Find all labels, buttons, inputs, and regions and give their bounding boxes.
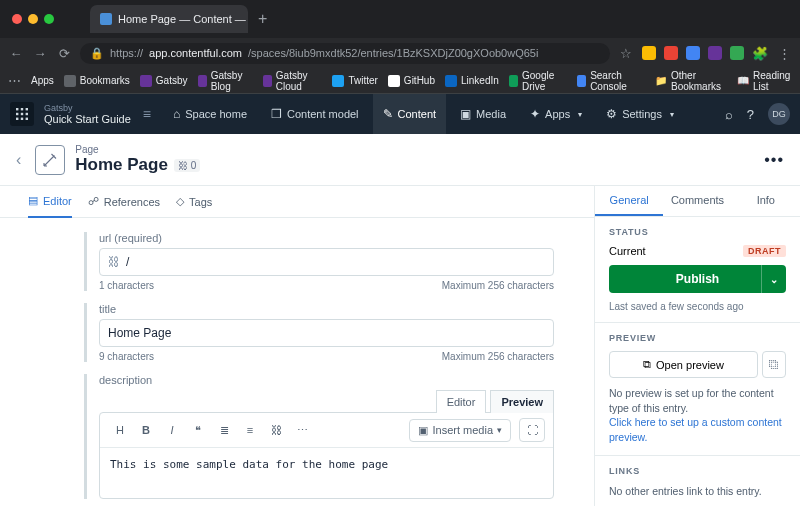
space-switcher[interactable]: Gatsby Quick Start Guide [44, 103, 131, 125]
address-bar[interactable]: 🔒 https://app.contentful.com/spaces/8iub… [80, 43, 610, 64]
title-input[interactable] [99, 319, 554, 347]
pencil-icon: ✎ [383, 107, 393, 121]
close-window-button[interactable] [12, 14, 22, 24]
extensions-menu-icon[interactable]: 🧩 [752, 46, 768, 61]
bookmark-item[interactable]: Gatsby [140, 75, 188, 87]
menu-icon[interactable]: ≡ [143, 106, 151, 122]
fullscreen-button[interactable]: ⛶ [519, 418, 545, 442]
ul-button[interactable]: ≣ [212, 419, 236, 441]
link-icon: ⛓ [108, 255, 120, 269]
publish-button[interactable]: Publish ⌄ [609, 265, 786, 293]
ol-button[interactable]: ≡ [238, 419, 262, 441]
title-char-count: 9 characters [99, 351, 154, 362]
brand-label: Gatsby [44, 103, 131, 113]
link-count-badge[interactable]: ⛓ 0 [174, 159, 200, 172]
svg-rect-8 [26, 118, 28, 120]
window-controls [12, 14, 54, 24]
tab-references[interactable]: ☍References [88, 186, 160, 218]
extension-icon[interactable] [664, 46, 678, 60]
help-icon[interactable]: ? [747, 107, 754, 122]
new-tab-button[interactable]: + [258, 10, 267, 28]
open-preview-button[interactable]: ⧉ Open preview [609, 351, 758, 378]
other-bookmarks[interactable]: 📁Other Bookmarks [655, 70, 727, 92]
extension-icon[interactable] [730, 46, 744, 60]
extension-icon[interactable] [642, 46, 656, 60]
sidebar: General Comments Info STATUS Current DRA… [594, 185, 800, 506]
home-icon: ⌂ [173, 107, 180, 121]
apps-icon: ✦ [530, 107, 540, 121]
entry-header: ‹ Page Home Page ⛓ 0 ••• [0, 134, 800, 185]
app-logo[interactable] [10, 102, 34, 126]
insert-media-button[interactable]: ▣ Insert media ▾ [409, 419, 511, 442]
back-button[interactable]: ← [8, 46, 24, 61]
bookmark-item[interactable]: Search Console [577, 70, 645, 92]
url-max-hint: Maximum 256 characters [442, 280, 554, 291]
desc-tab-preview[interactable]: Preview [490, 390, 554, 413]
bookmark-item[interactable]: Twitter [332, 75, 377, 87]
sidebar-tab-comments[interactable]: Comments [663, 186, 731, 216]
description-label: description [99, 374, 554, 386]
nav-content[interactable]: ✎Content [373, 94, 447, 134]
search-icon[interactable]: ⌕ [725, 107, 733, 122]
nav-media[interactable]: ▣Media [450, 94, 516, 134]
tag-icon: ◇ [176, 195, 184, 208]
quote-button[interactable]: ❝ [186, 419, 210, 441]
sidebar-tab-general[interactable]: General [595, 186, 663, 216]
setup-preview-link[interactable]: Click here to set up a custom content pr… [609, 415, 786, 444]
url-input[interactable]: ⛓ / [99, 248, 554, 276]
url-path: /spaces/8iub9mxdtk52/entries/1BzKSXDjZ00… [248, 47, 538, 59]
apps-icon[interactable]: ⋯ [8, 73, 21, 88]
heading-button[interactable]: H [108, 419, 132, 441]
field-title: title 9 characters Maximum 256 character… [84, 303, 554, 362]
maximize-window-button[interactable] [44, 14, 54, 24]
avatar[interactable]: DG [768, 103, 790, 125]
forward-button[interactable]: → [32, 46, 48, 61]
nav-content-model[interactable]: ❒Content model [261, 94, 369, 134]
browser-menu-icon[interactable]: ⋮ [776, 46, 792, 61]
back-icon[interactable]: ‹ [16, 151, 21, 169]
model-icon: ❒ [271, 107, 282, 121]
status-badge: DRAFT [743, 245, 786, 257]
main-panel: ▤Editor ☍References ◇Tags url (required)… [0, 185, 594, 506]
star-icon[interactable]: ☆ [618, 46, 634, 61]
minimize-window-button[interactable] [28, 14, 38, 24]
italic-button[interactable]: I [160, 419, 184, 441]
svg-rect-0 [16, 108, 18, 110]
rte-content[interactable]: This is some sample data for the home pa… [100, 448, 553, 498]
reading-list[interactable]: 📖Reading List [737, 70, 792, 92]
chevron-down-icon: ▾ [497, 425, 502, 435]
link-button[interactable]: ⛓ [264, 419, 288, 441]
nav-apps[interactable]: ✦Apps▾ [520, 94, 592, 134]
nav-settings[interactable]: ⚙Settings▾ [596, 94, 684, 134]
title-label: title [99, 303, 554, 315]
bookmark-item[interactable]: Google Drive [509, 70, 567, 92]
more-button[interactable]: ⋯ [290, 419, 314, 441]
desc-tab-editor[interactable]: Editor [436, 390, 487, 413]
svg-rect-6 [16, 118, 18, 120]
chevron-down-icon[interactable]: ⌄ [761, 265, 778, 293]
bookmark-item[interactable]: LinkedIn [445, 75, 499, 87]
tab-editor[interactable]: ▤Editor [28, 186, 72, 218]
tab-title: Home Page — Content — Quic… [118, 13, 248, 25]
extension-icon[interactable] [708, 46, 722, 60]
bookmark-item[interactable]: Gatsby Cloud [263, 70, 323, 92]
entry-title: Home Page [75, 155, 168, 175]
external-link-icon: ⧉ [643, 358, 651, 371]
entry-menu-button[interactable]: ••• [764, 151, 784, 169]
nav-space-home[interactable]: ⌂Space home [163, 94, 257, 134]
bookmark-item[interactable]: Apps [31, 75, 54, 86]
bookmark-item[interactable]: Gatsby Blog [198, 70, 253, 92]
url-prefix: https:// [110, 47, 143, 59]
bookmark-item[interactable]: GitHub [388, 75, 435, 87]
sidebar-tab-info[interactable]: Info [732, 186, 800, 216]
tab-tags[interactable]: ◇Tags [176, 186, 212, 218]
bookmark-item[interactable]: Bookmarks [64, 75, 130, 87]
copy-preview-button[interactable]: ⿻ [762, 351, 786, 378]
extension-icon[interactable] [686, 46, 700, 60]
browser-tab[interactable]: Home Page — Content — Quic… × [90, 5, 248, 33]
reload-button[interactable]: ⟳ [56, 46, 72, 61]
field-description: description Editor Preview H B I ❝ ≣ ≡ ⛓… [84, 374, 554, 499]
links-heading: LINKS [609, 466, 786, 476]
bold-button[interactable]: B [134, 419, 158, 441]
bookmarks-bar: ⋯ Apps Bookmarks Gatsby Gatsby Blog Gats… [0, 68, 800, 94]
